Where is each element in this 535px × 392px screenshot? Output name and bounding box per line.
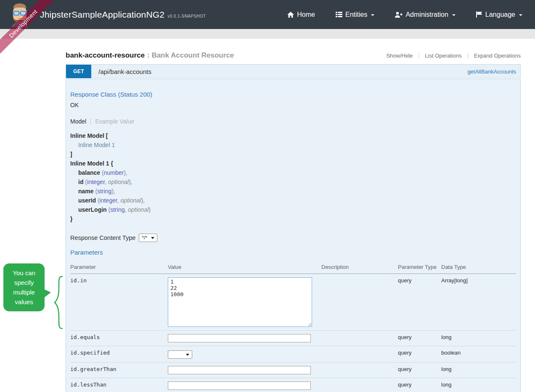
- parameters-header-row: Parameter Value Description Parameter Ty…: [70, 260, 516, 274]
- model-property: userId (integer, optional),: [78, 196, 516, 205]
- param-data-type: long: [441, 331, 516, 346]
- top-navbar: JhipsterSampleApplicationNG2 v0.0.1-SNAP…: [0, 0, 535, 29]
- expand-operations-link[interactable]: Expand Operations: [468, 53, 521, 59]
- user-plus-icon: [395, 12, 403, 18]
- chevron-down-icon: [519, 14, 522, 16]
- col-parameter-type: Parameter Type: [398, 260, 441, 274]
- model-property: balance (number),: [78, 168, 516, 177]
- param-type: query: [398, 274, 441, 331]
- nav-item-label: Entities: [345, 11, 367, 18]
- param-value-select[interactable]: [168, 350, 192, 359]
- operation-nickname-link[interactable]: getAllBankAccounts: [467, 68, 516, 75]
- brand-version: v0.0.1-SNAPSHOT: [167, 14, 206, 18]
- param-description: [321, 363, 398, 378]
- parameters-table: Parameter Value Description Parameter Ty…: [70, 260, 516, 392]
- method-badge: GET: [66, 65, 91, 78]
- param-type: query: [398, 331, 441, 346]
- param-data-type: Array[long]: [441, 274, 516, 331]
- resource-title: : Bank Account Resource: [147, 51, 234, 60]
- list-operations-link[interactable]: List Operations: [419, 53, 467, 59]
- resource-id: bank-account-resource: [66, 51, 145, 60]
- nav-links: Home Entities Admini: [287, 11, 522, 18]
- chevron-down-icon: [371, 14, 374, 16]
- param-name: id.equals: [70, 334, 100, 340]
- annotation-tooltip: You can specify multiple values: [3, 263, 45, 311]
- signature-tabs: Model Example Value: [70, 118, 516, 125]
- nav-item-home[interactable]: Home: [287, 11, 315, 18]
- operation-heading[interactable]: GET /api/bank-accounts getAllBankAccount…: [66, 64, 521, 79]
- nav-item-label: Home: [297, 11, 315, 18]
- param-data-type: long: [441, 378, 516, 392]
- nav-item-label: Language: [485, 11, 515, 18]
- model-object-open: Inline Model 1 {: [70, 160, 113, 167]
- nav-item-entities[interactable]: Entities: [336, 11, 374, 18]
- param-name: id.specified: [70, 350, 110, 356]
- subheader-strip: [0, 29, 535, 39]
- table-row: id.greaterThan query long: [70, 363, 516, 378]
- param-value-textarea[interactable]: 1 22 1000: [168, 277, 312, 327]
- table-row: id.in 1 22 1000 query Array[long]: [70, 274, 516, 331]
- parameters-heading: Parameters: [70, 249, 516, 256]
- param-description: [321, 331, 398, 346]
- param-data-type: long: [441, 363, 516, 378]
- home-icon: [287, 12, 294, 18]
- model-signature: Inline Model [ Inline Model 1 ] Inline M…: [70, 131, 516, 224]
- show-hide-link[interactable]: Show/Hide: [380, 53, 418, 59]
- operation-content: Response Class (Status 200) OK Model Exa…: [66, 79, 521, 392]
- col-description: Description: [321, 260, 398, 274]
- param-description: [321, 378, 398, 392]
- model-array-open: Inline Model [: [70, 132, 108, 139]
- param-value-input[interactable]: [168, 381, 311, 390]
- list-icon: [336, 12, 342, 17]
- response-content-type-row: Response Content Type */*: [70, 234, 516, 242]
- resource-actions: Show/Hide List Operations Expand Operati…: [380, 53, 521, 59]
- annotation-brace: [53, 275, 64, 331]
- divider: [90, 118, 91, 125]
- nav-item-language[interactable]: Language: [476, 11, 522, 18]
- model-property: id (integer, optional),: [78, 177, 516, 187]
- param-description: [321, 274, 398, 331]
- brand[interactable]: JhipsterSampleApplicationNG2 v0.0.1-SNAP…: [40, 10, 206, 20]
- nav-item-administration[interactable]: Administration: [395, 11, 455, 18]
- param-type: query: [398, 363, 441, 378]
- response-content-type-select[interactable]: */*: [139, 234, 157, 242]
- param-value-input[interactable]: [168, 366, 311, 374]
- tab-example-value[interactable]: Example Value: [95, 118, 134, 125]
- col-data-type: Data Type: [441, 260, 516, 274]
- param-value-input[interactable]: [168, 334, 311, 342]
- param-name: id.greaterThan: [70, 366, 117, 372]
- table-row: id.lessThan query long: [70, 378, 516, 392]
- param-type: query: [398, 378, 441, 392]
- response-status-text: OK: [70, 102, 516, 108]
- param-type: query: [398, 346, 441, 363]
- param-data-type: boolean: [441, 346, 516, 363]
- response-content-type-label: Response Content Type: [70, 234, 135, 241]
- col-value: Value: [168, 260, 321, 274]
- resource-header: bank-account-resource : Bank Account Res…: [66, 51, 521, 60]
- param-description: [321, 346, 398, 363]
- flag-icon: [476, 11, 482, 18]
- response-content-type-value: */*: [142, 235, 147, 241]
- model-object-close: }: [70, 216, 72, 222]
- response-class-heading: Response Class (Status 200): [70, 91, 516, 98]
- operation-path[interactable]: /api/bank-accounts: [98, 68, 151, 75]
- table-row: id.equals query long: [70, 331, 516, 346]
- table-row: id.specified query boolean: [70, 346, 516, 363]
- chevron-down-icon: [151, 237, 154, 239]
- nav-item-label: Administration: [405, 11, 448, 18]
- model-array-close: ]: [70, 151, 72, 158]
- model-property: name (string),: [78, 187, 516, 196]
- param-name: id.in: [70, 277, 87, 284]
- chevron-down-icon: [186, 354, 189, 356]
- param-name: id.lessThan: [70, 381, 106, 388]
- chevron-down-icon: [452, 14, 456, 16]
- swagger-main: bank-account-resource : Bank Account Res…: [66, 51, 521, 392]
- model-property: userLogin (string, optional): [78, 205, 516, 214]
- tab-model[interactable]: Model: [70, 118, 86, 125]
- brand-title: JhipsterSampleApplicationNG2: [40, 10, 164, 20]
- model-array-item: Inline Model 1: [78, 142, 115, 148]
- col-parameter: Parameter: [70, 260, 168, 274]
